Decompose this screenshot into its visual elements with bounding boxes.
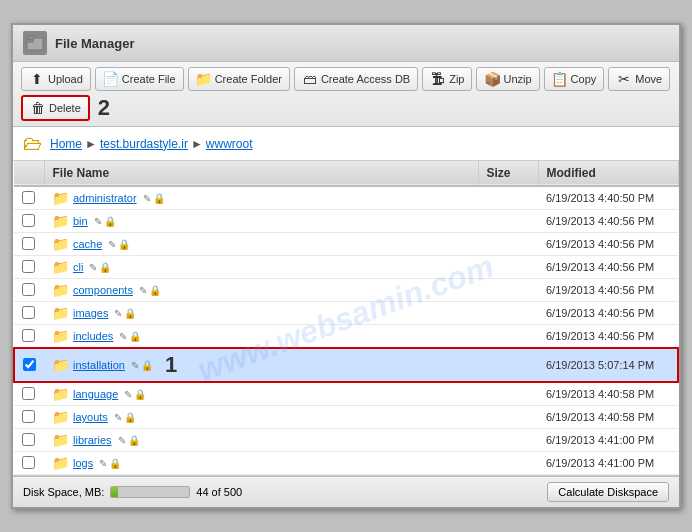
lock-icon[interactable]: 🔒: [153, 193, 165, 204]
rename-icon[interactable]: ✎: [124, 389, 132, 400]
create-file-button[interactable]: 📄 Create File: [95, 67, 184, 91]
file-link[interactable]: components: [73, 284, 133, 296]
unzip-button[interactable]: 📦 Unzip: [476, 67, 539, 91]
table-row[interactable]: 📁administrator✎ 🔒6/19/2013 4:40:50 PM: [14, 186, 678, 210]
zip-icon: 🗜: [430, 71, 446, 87]
lock-icon[interactable]: 🔒: [104, 216, 116, 227]
row-checkbox-cell[interactable]: [14, 406, 44, 429]
rename-icon[interactable]: ✎: [108, 239, 116, 250]
table-row[interactable]: 📁includes✎ 🔒6/19/2013 4:40:56 PM: [14, 325, 678, 349]
file-link[interactable]: installation: [73, 359, 125, 371]
file-action-icons: ✎ 🔒: [119, 331, 141, 342]
rename-icon[interactable]: ✎: [89, 262, 97, 273]
table-row[interactable]: 📁bin✎ 🔒6/19/2013 4:40:56 PM: [14, 210, 678, 233]
row-checkbox-cell[interactable]: [14, 382, 44, 406]
lock-icon[interactable]: 🔒: [109, 458, 121, 469]
lock-icon[interactable]: 🔒: [149, 285, 161, 296]
file-link[interactable]: layouts: [73, 411, 108, 423]
file-link[interactable]: libraries: [73, 434, 112, 446]
table-row[interactable]: 📁libraries✎ 🔒6/19/2013 4:41:00 PM: [14, 429, 678, 452]
upload-button[interactable]: ⬆ Upload: [21, 67, 91, 91]
lock-icon[interactable]: 🔒: [134, 389, 146, 400]
status-bar: Disk Space, MB: 44 of 500 Calculate Disk…: [13, 476, 679, 507]
row-size-cell: [478, 382, 538, 406]
move-button[interactable]: ✂ Move: [608, 67, 670, 91]
row-checkbox[interactable]: [22, 191, 35, 204]
create-access-db-button[interactable]: 🗃 Create Access DB: [294, 67, 418, 91]
row-checkbox[interactable]: [22, 306, 35, 319]
rename-icon[interactable]: ✎: [139, 285, 147, 296]
rename-icon[interactable]: ✎: [114, 412, 122, 423]
row-modified-cell: 6/19/2013 4:40:58 PM: [538, 382, 678, 406]
row-checkbox[interactable]: [22, 456, 35, 469]
rename-icon[interactable]: ✎: [94, 216, 102, 227]
lock-icon[interactable]: 🔒: [128, 435, 140, 446]
table-row[interactable]: 📁images✎ 🔒6/19/2013 4:40:56 PM: [14, 302, 678, 325]
row-checkbox[interactable]: [23, 358, 36, 371]
breadcrumb-home[interactable]: Home: [50, 137, 82, 151]
table-row[interactable]: 📁cli✎ 🔒6/19/2013 4:40:56 PM: [14, 256, 678, 279]
row-checkbox-cell[interactable]: [14, 302, 44, 325]
rename-icon[interactable]: ✎: [143, 193, 151, 204]
lock-icon[interactable]: 🔒: [124, 412, 136, 423]
file-link[interactable]: cli: [73, 261, 83, 273]
file-link[interactable]: administrator: [73, 192, 137, 204]
table-row[interactable]: 📁installation✎ 🔒16/19/2013 5:07:14 PM: [14, 348, 678, 382]
row-checkbox-cell[interactable]: [14, 256, 44, 279]
breadcrumb-sep1: ►: [85, 137, 97, 151]
table-row[interactable]: 📁language✎ 🔒6/19/2013 4:40:58 PM: [14, 382, 678, 406]
rename-icon[interactable]: ✎: [131, 360, 139, 371]
file-name-content: 📁cache✎ 🔒: [52, 236, 470, 252]
row-checkbox[interactable]: [22, 260, 35, 273]
calculate-diskspace-button[interactable]: Calculate Diskspace: [547, 482, 669, 502]
copy-button[interactable]: 📋 Copy: [544, 67, 605, 91]
disk-usage-text: 44 of 500: [196, 486, 242, 498]
rename-icon[interactable]: ✎: [118, 435, 126, 446]
file-link[interactable]: language: [73, 388, 118, 400]
file-link[interactable]: cache: [73, 238, 102, 250]
lock-icon[interactable]: 🔒: [118, 239, 130, 250]
file-table-wrapper[interactable]: File Name Size Modified 📁administrator✎ …: [13, 161, 679, 476]
rename-icon[interactable]: ✎: [114, 308, 122, 319]
delete-button[interactable]: 🗑 Delete: [21, 95, 90, 121]
row-checkbox[interactable]: [22, 283, 35, 296]
folder-icon: 📁: [52, 259, 69, 275]
row-checkbox-cell[interactable]: [14, 348, 44, 382]
zip-button[interactable]: 🗜 Zip: [422, 67, 472, 91]
table-row[interactable]: 📁components✎ 🔒6/19/2013 4:40:56 PM: [14, 279, 678, 302]
file-name-content: 📁libraries✎ 🔒: [52, 432, 470, 448]
row-checkbox-cell[interactable]: [14, 186, 44, 210]
create-folder-button[interactable]: 📁 Create Folder: [188, 67, 290, 91]
breadcrumb-path1[interactable]: test.burdastyle.ir: [100, 137, 188, 151]
row-checkbox[interactable]: [22, 410, 35, 423]
file-name-content: 📁cli✎ 🔒: [52, 259, 470, 275]
row-checkbox[interactable]: [22, 237, 35, 250]
file-action-icons: ✎ 🔒: [139, 285, 161, 296]
row-checkbox[interactable]: [22, 387, 35, 400]
table-row[interactable]: 📁layouts✎ 🔒6/19/2013 4:40:58 PM: [14, 406, 678, 429]
file-link[interactable]: images: [73, 307, 108, 319]
row-checkbox-cell[interactable]: [14, 325, 44, 349]
file-link[interactable]: includes: [73, 330, 113, 342]
row-checkbox[interactable]: [22, 329, 35, 342]
table-row[interactable]: 📁logs✎ 🔒6/19/2013 4:41:00 PM: [14, 452, 678, 475]
row-checkbox-cell[interactable]: [14, 279, 44, 302]
table-row[interactable]: 📁cache✎ 🔒6/19/2013 4:40:56 PM: [14, 233, 678, 256]
lock-icon[interactable]: 🔒: [99, 262, 111, 273]
row-checkbox-cell[interactable]: [14, 429, 44, 452]
lock-icon[interactable]: 🔒: [129, 331, 141, 342]
row-size-cell: [478, 302, 538, 325]
file-link[interactable]: bin: [73, 215, 88, 227]
lock-icon[interactable]: 🔒: [141, 360, 153, 371]
disk-space-info: Disk Space, MB: 44 of 500: [23, 486, 242, 498]
lock-icon[interactable]: 🔒: [124, 308, 136, 319]
file-link[interactable]: logs: [73, 457, 93, 469]
row-checkbox-cell[interactable]: [14, 233, 44, 256]
row-checkbox-cell[interactable]: [14, 452, 44, 475]
row-checkbox[interactable]: [22, 433, 35, 446]
row-checkbox-cell[interactable]: [14, 210, 44, 233]
rename-icon[interactable]: ✎: [119, 331, 127, 342]
breadcrumb-path2[interactable]: wwwroot: [206, 137, 253, 151]
row-checkbox[interactable]: [22, 214, 35, 227]
rename-icon[interactable]: ✎: [99, 458, 107, 469]
